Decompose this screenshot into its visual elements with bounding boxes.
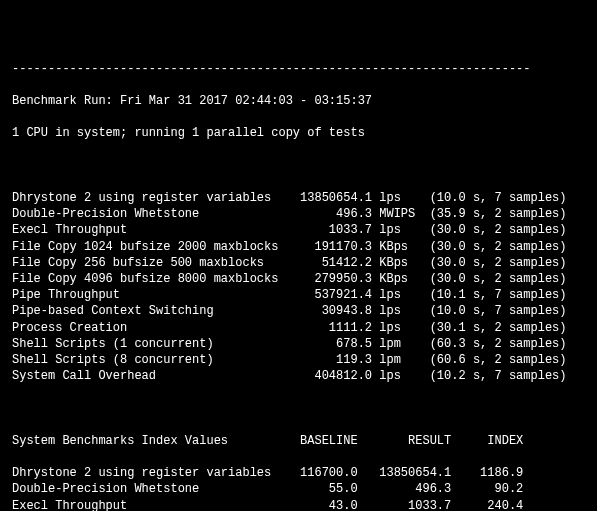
benchmark-run-line: Benchmark Run: Fri Mar 31 2017 02:44:03 …: [12, 93, 585, 109]
test-row: Execl Throughput 1033.7 lps (30.0 s, 2 s…: [12, 222, 585, 238]
separator-top: ----------------------------------------…: [12, 61, 585, 77]
test-row: Shell Scripts (1 concurrent) 678.5 lpm (…: [12, 336, 585, 352]
test-row: Process Creation 1111.2 lps (30.1 s, 2 s…: [12, 320, 585, 336]
test-row: Shell Scripts (8 concurrent) 119.3 lpm (…: [12, 352, 585, 368]
blank-line: [12, 158, 585, 174]
test-row: Pipe Throughput 537921.4 lps (10.1 s, 7 …: [12, 287, 585, 303]
test-row: File Copy 4096 bufsize 8000 maxblocks 27…: [12, 271, 585, 287]
test-row: Pipe-based Context Switching 30943.8 lps…: [12, 303, 585, 319]
test-row: System Call Overhead 404812.0 lps (10.2 …: [12, 368, 585, 384]
index-header-row: System Benchmarks Index Values BASELINE …: [12, 433, 585, 449]
index-row: Double-Precision Whetstone 55.0 496.3 90…: [12, 481, 585, 497]
test-row: File Copy 256 bufsize 500 maxblocks 5141…: [12, 255, 585, 271]
index-row: Dhrystone 2 using register variables 116…: [12, 465, 585, 481]
tests-block: Dhrystone 2 using register variables 138…: [12, 190, 585, 384]
index-row: Execl Throughput 43.0 1033.7 240.4: [12, 498, 585, 511]
test-row: File Copy 1024 bufsize 2000 maxblocks 19…: [12, 239, 585, 255]
test-row: Dhrystone 2 using register variables 138…: [12, 190, 585, 206]
test-row: Double-Precision Whetstone 496.3 MWIPS (…: [12, 206, 585, 222]
indexes-block: Dhrystone 2 using register variables 116…: [12, 465, 585, 511]
blank-line: [12, 401, 585, 417]
cpu-line: 1 CPU in system; running 1 parallel copy…: [12, 125, 585, 141]
